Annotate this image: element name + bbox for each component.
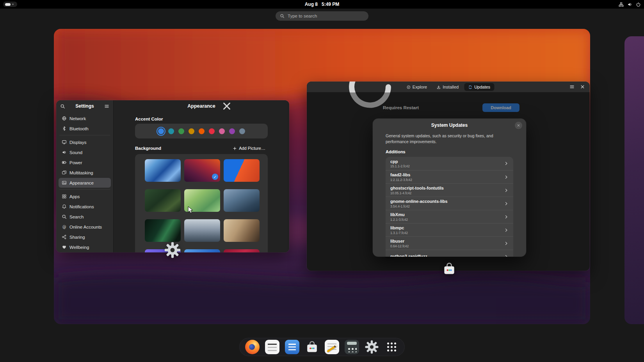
package-name: libXmu xyxy=(390,212,408,217)
sidebar-item-label: Notifications xyxy=(69,204,94,209)
sidebar-item[interactable]: Wellbeing xyxy=(59,242,111,252)
updates-page: Requires Restart Download System Monitor… xyxy=(307,92,590,271)
software-tabs: Explore Installed Updates xyxy=(402,83,494,91)
power-icon xyxy=(636,2,641,7)
sidebar-title: Settings xyxy=(75,103,94,109)
sidebar-item-icon xyxy=(62,160,67,165)
software-dock-icon[interactable] xyxy=(305,340,319,354)
tab-icon xyxy=(436,85,441,89)
background-section-header: Background Add Picture… xyxy=(135,145,268,151)
sidebar-item[interactable]: Network xyxy=(59,114,111,123)
add-picture-button[interactable]: Add Picture… xyxy=(230,145,268,151)
time-label: 5:49 PM xyxy=(322,2,339,7)
sidebar-item[interactable]: Displays xyxy=(59,137,111,147)
workspace-dot xyxy=(12,4,14,5)
shopping-bag-icon xyxy=(305,340,319,354)
sidebar-item-label: Bluetooth xyxy=(69,126,89,131)
accent-swatch[interactable] xyxy=(189,128,194,134)
package-version: 3.54.4-1.fc42 xyxy=(390,204,448,208)
update-row[interactable]: python3-rapidfuzz xyxy=(386,250,513,257)
workspace-indicator[interactable] xyxy=(3,2,17,7)
wallpaper-thumbnail[interactable] xyxy=(145,189,181,212)
calculator-dock-icon[interactable] xyxy=(345,340,359,354)
package-version: 1:2.11.2-3.fc42 xyxy=(390,178,412,182)
sidebar-item-icon xyxy=(62,126,67,131)
software-close-icon[interactable] xyxy=(580,84,585,89)
wallpaper-thumbnail[interactable] xyxy=(224,219,260,242)
package-name: faad2-libs xyxy=(390,172,412,177)
wallpaper-thumbnail[interactable] xyxy=(145,159,181,182)
date-label: Aug 8 xyxy=(305,2,318,7)
update-row[interactable]: libmpc 1.3.1-7.fc42 xyxy=(386,223,513,236)
primary-menu-icon[interactable] xyxy=(569,84,575,89)
wallpaper-thumbnail[interactable] xyxy=(145,219,181,242)
update-row[interactable]: faad2-libs 1:2.11.2-3.fc42 xyxy=(386,170,513,183)
chevron-right-icon xyxy=(504,228,509,232)
update-row[interactable]: gnome-online-accounts-libs 3.54.4-1.fc42 xyxy=(386,197,513,210)
gear-icon xyxy=(365,340,379,354)
settings-sidebar: Settings Network Bluetooth Displays Soun… xyxy=(56,100,114,252)
tab-icon xyxy=(468,85,472,89)
update-row[interactable]: cpp 15.1.1-2.fc42 xyxy=(386,157,513,170)
update-row[interactable]: ghostscript-tools-fontutils 10.05.1-4.fc… xyxy=(386,183,513,197)
update-row[interactable]: libuser 0.64-12.fc42 xyxy=(386,236,513,250)
sidebar-item[interactable]: Power xyxy=(59,158,111,167)
accent-swatch[interactable] xyxy=(209,128,215,134)
app-grid-dock-icon[interactable] xyxy=(384,340,399,354)
chevron-right-icon xyxy=(504,201,509,206)
mouse-cursor xyxy=(188,206,193,214)
notes-dock-icon[interactable] xyxy=(325,340,339,354)
software-tab[interactable]: Installed xyxy=(432,83,463,91)
sidebar-item[interactable]: Apps xyxy=(59,192,111,201)
sidebar-item[interactable]: Search xyxy=(59,212,111,222)
software-tab[interactable]: Updates xyxy=(464,83,494,91)
sidebar-item-icon xyxy=(62,180,67,185)
accent-swatch[interactable] xyxy=(239,128,245,134)
software-window[interactable]: Explore Installed Updates Requires Resta… xyxy=(307,82,590,271)
update-row[interactable]: libXmu 1.2.1-3.fc42 xyxy=(386,210,513,223)
software-header-actions xyxy=(569,84,585,89)
firefox-dock-icon[interactable] xyxy=(245,340,260,354)
search-input[interactable]: Type to search xyxy=(276,11,368,21)
sidebar-item[interactable]: Sound xyxy=(59,147,111,157)
software-tab[interactable]: Explore xyxy=(402,83,431,91)
next-workspace-thumbnail[interactable] xyxy=(624,36,644,324)
settings-close-icon[interactable] xyxy=(168,100,285,112)
wallpaper-thumbnail[interactable] xyxy=(184,219,220,242)
wallpaper-thumbnail[interactable] xyxy=(184,249,220,252)
settings-app-icon[interactable] xyxy=(164,241,181,259)
wallpaper-thumbnail[interactable] xyxy=(184,159,220,182)
wallpaper-thumbnail[interactable] xyxy=(224,159,260,182)
sidebar-item[interactable]: Appearance xyxy=(59,178,111,188)
accent-swatch[interactable] xyxy=(199,128,205,134)
add-picture-label: Add Picture… xyxy=(239,146,265,151)
network-icon xyxy=(619,2,624,7)
dialog-close-button[interactable] xyxy=(515,122,522,129)
sidebar-menu-icon[interactable] xyxy=(104,104,109,109)
sidebar-item[interactable]: Multitasking xyxy=(59,168,111,177)
clock[interactable]: Aug 8 5:49 PM xyxy=(305,0,340,9)
accent-swatch[interactable] xyxy=(158,128,164,134)
settings-dock-icon[interactable] xyxy=(365,340,379,354)
accent-swatch[interactable] xyxy=(168,128,174,134)
accent-swatch[interactable] xyxy=(219,128,225,134)
active-workspace-pill xyxy=(5,3,11,6)
sidebar-item-icon xyxy=(62,140,67,145)
search-placeholder: Type to search xyxy=(288,14,317,18)
accent-swatch[interactable] xyxy=(229,128,235,134)
wallpaper-thumbnail[interactable] xyxy=(224,249,260,252)
software-app-icon[interactable] xyxy=(442,261,457,276)
sidebar-item[interactable]: Sharing xyxy=(59,232,111,242)
wallpaper-thumbnail[interactable] xyxy=(224,189,260,212)
sidebar-item[interactable]: Bluetooth xyxy=(59,124,111,133)
sidebar-item-icon xyxy=(62,204,67,209)
sidebar-item[interactable]: Online Accounts xyxy=(59,222,111,232)
software-headerbar: Explore Installed Updates xyxy=(307,82,590,92)
system-status-area[interactable] xyxy=(619,0,641,9)
accent-swatch[interactable] xyxy=(178,128,184,134)
text-editor-dock-icon[interactable] xyxy=(285,340,299,354)
calendar-dock-icon[interactable] xyxy=(265,340,279,354)
settings-window[interactable]: Settings Network Bluetooth Displays Soun… xyxy=(56,100,289,252)
sidebar-search-icon[interactable] xyxy=(60,104,65,109)
sidebar-item[interactable]: Notifications xyxy=(59,202,111,211)
